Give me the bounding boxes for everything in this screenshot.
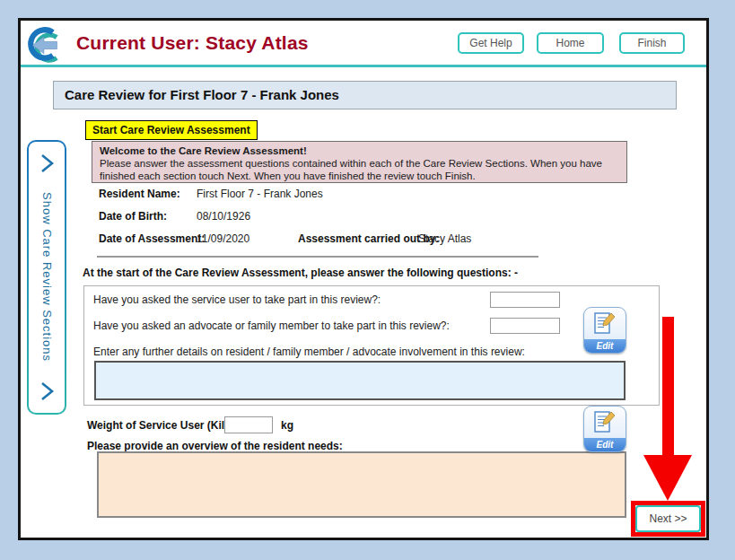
edit-button-label: Edit [584,438,626,451]
section-divider [97,256,538,258]
question-2-label: Have you asked an advocate or family mem… [93,319,450,332]
chevron-right-icon[interactable] [38,153,56,174]
question-2-input[interactable] [490,318,560,334]
questions-heading: At the start of the Care Review Assessme… [83,267,518,279]
involvement-details-textarea[interactable] [94,361,626,400]
edit-document-icon [593,311,617,337]
dob-label: Date of Birth: [99,210,167,223]
resident-name-value: First Floor 7 - Frank Jones [197,188,323,200]
resident-needs-textarea[interactable] [97,451,626,518]
questions-box: Have you asked the service user to take … [83,285,660,406]
assessment-date-value: 11/09/2020 [197,232,249,245]
sidebar-tab-label: Show Care Review Sections [40,192,54,362]
question-1-input[interactable] [490,292,560,308]
edit-details-button[interactable]: Edit [583,307,626,354]
finish-button[interactable]: Finish [619,32,685,54]
chevron-right-icon[interactable] [38,381,56,402]
sidebar-tab-inner: Show Care Review Sections [29,142,65,413]
resident-name-label: Resident Name: [99,188,180,200]
weight-input[interactable] [224,416,273,433]
overview-label: Please provide an overview of the reside… [87,440,343,452]
carried-out-by-value: Stacy Atlas [418,232,471,245]
header-divider [21,65,706,67]
red-arrow-head [643,455,692,501]
weight-unit-label: kg [281,419,293,432]
get-help-button[interactable]: Get Help [458,32,524,54]
edit-overview-button[interactable]: Edit [583,406,626,452]
start-assessment-tag: Start Care Review Assessment [85,120,258,140]
edit-document-icon [593,410,617,435]
app-window: Current User: Stacy Atlas Get Help Home … [18,18,709,540]
current-user-title: Current User: Stacy Atlas [76,32,309,54]
show-care-review-sections-tab[interactable]: Show Care Review Sections [27,140,66,415]
red-arrow-annotation [662,317,674,457]
assessment-date-label: Date of Assessment: [99,232,205,245]
next-button[interactable]: Next >> [635,505,701,532]
home-button[interactable]: Home [537,32,604,54]
dob-value: 08/10/1926 [197,210,250,223]
weight-label: Weight of Service User (Kilos): [87,419,244,432]
welcome-body: Please answer the assessment questions c… [100,158,602,181]
app-logo-icon [25,24,68,67]
next-button-highlight: Next >> [631,501,705,537]
page-background: { "header": { "current_user": "Current U… [0,0,735,560]
question-3-label: Enter any further details on resident / … [93,346,525,358]
edit-button-label: Edit [584,339,626,353]
page-title: Care Review for First Floor 7 - Frank Jo… [53,81,677,109]
welcome-message-box: Welcome to the Care Review Assessment! P… [92,141,627,183]
welcome-title: Welcome to the Care Review Assessment! [100,145,307,156]
question-1-label: Have you asked the service user to take … [93,293,381,306]
